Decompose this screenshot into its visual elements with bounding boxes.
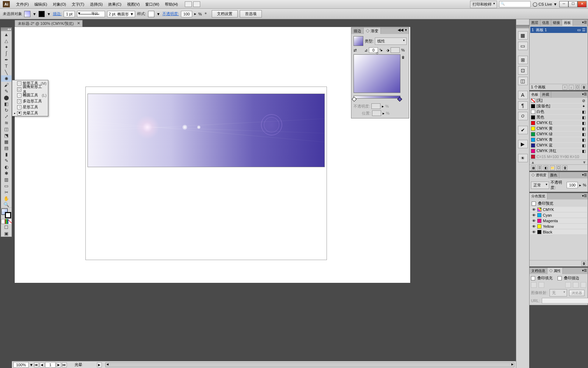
tab-stroke-panel[interactable]: 描边 (351, 28, 364, 34)
dock-btn-pathfinder[interactable]: ◫ (518, 77, 528, 85)
new-group-icon[interactable]: 📁 (550, 165, 555, 170)
gradient-preview[interactable]: ◇ 🗑 (354, 54, 400, 93)
new-artboard-icon[interactable]: ☐ (575, 85, 580, 90)
cslive-button[interactable]: CS Live ▼ (533, 2, 557, 7)
ink-row[interactable]: 👁Magenta (530, 218, 587, 224)
panel-collapse-icon[interactable]: ◀◀ (398, 28, 403, 34)
tab-gradient-panel[interactable]: ◇ 渐变 (364, 28, 381, 34)
zoom-tool[interactable]: 🔍 (1, 202, 12, 208)
shape-tool[interactable]: ✺ (1, 75, 12, 82)
imagemap-dropdown[interactable]: 无 (550, 289, 567, 297)
hide-center-icon[interactable] (573, 282, 579, 288)
blob-brush-tool[interactable]: ⬤ (1, 94, 12, 101)
dock-btn-opentype[interactable]: O (518, 112, 528, 120)
move-down-icon[interactable]: ↓ (569, 85, 574, 90)
workspace-dropdown[interactable]: 打印和校样 (470, 1, 497, 8)
rotate-tool[interactable]: ↻ (1, 107, 12, 113)
overprint-preview-checkbox[interactable] (532, 202, 536, 206)
swatch-row[interactable]: CMYK 黄◧ (530, 126, 588, 131)
fillrule-nonzero-icon[interactable] (531, 282, 537, 288)
fill-swatch[interactable] (24, 11, 30, 17)
gradient-mode-icon[interactable] (5, 219, 8, 224)
dock-btn-char[interactable]: A (518, 91, 528, 99)
slice-tool[interactable]: ✂ (1, 189, 12, 195)
menu-file[interactable]: 文件(F) (13, 0, 31, 8)
tab-links[interactable]: 链接 (551, 20, 562, 26)
opacity-link[interactable]: 不透明度: (162, 11, 179, 16)
screen-mode-full[interactable]: ▣ (1, 230, 12, 237)
fill-stroke-control[interactable] (1, 209, 11, 218)
delete-artboard-icon[interactable]: 🗑 (581, 85, 586, 90)
flyout-item[interactable]: ▢圆角矩形工具 (12, 86, 48, 92)
swatch-box[interactable] (531, 155, 535, 159)
direct-selection-tool[interactable]: △ (1, 38, 12, 44)
artboard-orient-icon[interactable]: ▭ (577, 28, 581, 32)
delete-swatch-icon[interactable]: 🗑 (562, 165, 567, 170)
gradient-artwork[interactable] (88, 94, 325, 167)
none-mode-icon[interactable] (8, 219, 12, 224)
menu-effect[interactable]: 效果(C) (105, 0, 124, 8)
swatch-row[interactable]: 白色◧ (530, 109, 588, 115)
pencil-tool[interactable]: ✎ (1, 88, 12, 94)
document-tab[interactable]: 未标题-2* @ 100% (CMYK/预览)✕ (15, 20, 83, 27)
ink-row[interactable]: 👁CMYK (530, 207, 587, 212)
panel-close-icon[interactable]: ▾ (403, 28, 409, 34)
gradient-thumbnail[interactable] (354, 36, 363, 46)
swatch-row[interactable]: 黑色◧ (530, 115, 588, 120)
dock-btn-color[interactable]: ▦ (518, 31, 528, 40)
tab-swatches[interactable]: 色板 (530, 91, 540, 98)
delete-ink-icon[interactable]: 🗑 (581, 261, 586, 266)
dock-btn-guide[interactable]: ▭ (518, 42, 528, 50)
reverse-gradient-icon[interactable]: ⇄ (354, 48, 357, 53)
swatch-lib-icon[interactable]: ▦ (531, 165, 536, 170)
panel-menu-icon[interactable]: ▾☰ (582, 20, 587, 24)
shape-builder-tool[interactable]: ⬔ (1, 132, 12, 138)
eyedropper-tool[interactable]: ✎ (1, 157, 12, 164)
search-input[interactable] (499, 1, 531, 7)
next-page[interactable]: ▶ (56, 362, 61, 367)
close-tab-icon[interactable]: ✕ (77, 21, 80, 26)
dock-btn-transform[interactable]: ⊡ (518, 66, 528, 75)
dock-btn-align[interactable]: ⊞ (518, 56, 528, 64)
tab-separations[interactable]: 分色预览 (530, 193, 547, 199)
swatch-scroll[interactable]: ▲▼ (530, 159, 588, 164)
menu-help[interactable]: 帮助(H) (162, 0, 181, 8)
mesh-tool[interactable]: ▤ (1, 145, 12, 151)
ink-row[interactable]: 👁Yellow (530, 224, 587, 229)
screen-mode-normal[interactable]: ☐ (1, 224, 12, 230)
layout-icon-2[interactable] (193, 1, 200, 7)
graph-tool[interactable]: ▥ (1, 176, 12, 183)
perspective-tool[interactable]: ▦ (1, 138, 12, 145)
swatch-row[interactable]: CMYK 红◧ (530, 120, 588, 126)
stroke-link[interactable]: 描边: (53, 11, 62, 16)
swatch-row[interactable]: [无]⊘ (530, 98, 588, 103)
flyout-item[interactable]: ☆星形工具 (12, 104, 48, 110)
panel-menu-icon[interactable]: ▾☰ (582, 194, 587, 198)
dock-btn-para[interactable]: ¶ (518, 101, 528, 110)
symbol-sprayer-tool[interactable]: ✱ (1, 170, 12, 176)
swatch-row[interactable]: CMYK 洋红◧ (530, 148, 588, 154)
tab-transparency[interactable]: ◇ 透明度 (530, 172, 548, 178)
zoom-input[interactable] (13, 362, 29, 368)
width-tool[interactable]: ≋ (1, 120, 12, 126)
panel-menu-icon[interactable]: ▾☰ (582, 173, 587, 177)
window-maximize[interactable]: ☐ (568, 1, 578, 7)
fillrule-evenodd-icon[interactable] (539, 282, 544, 288)
window-close[interactable]: ✕ (578, 1, 587, 7)
blend-tool[interactable]: ◐ (1, 164, 12, 170)
menu-edit[interactable]: 编辑(E) (31, 0, 50, 8)
ink-row[interactable]: 👁Cyan (530, 212, 587, 218)
gradient-tool[interactable]: ▮ (1, 151, 12, 157)
magic-wand-tool[interactable]: ✦ (1, 44, 12, 50)
swatch-row[interactable]: CMYK 青◧ (530, 137, 588, 143)
free-transform-tool[interactable]: ◫ (1, 126, 12, 132)
menu-view[interactable]: 视图(V) (124, 0, 143, 8)
h-scrollbar[interactable] (105, 362, 514, 367)
browser-button[interactable]: 浏览器 (569, 290, 584, 296)
stroke-swatch[interactable] (38, 11, 45, 17)
tab-attributes[interactable]: ◇ 属性 (547, 268, 563, 274)
panel-menu-icon[interactable]: ▾☰ (582, 268, 587, 272)
move-up-icon[interactable]: ↑ (562, 85, 567, 90)
style-swatch[interactable] (148, 11, 154, 17)
tab-docinfo[interactable]: 文档信息 (530, 268, 547, 274)
